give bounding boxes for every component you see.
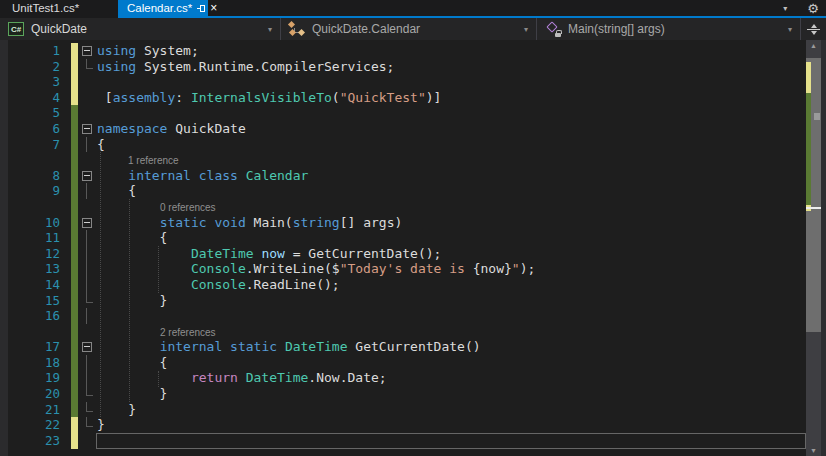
code-text[interactable]: Console.WriteLine($"Today's date is {now… [97, 261, 806, 277]
line-number: 15 [0, 293, 60, 309]
code-line[interactable]: 9 { [0, 183, 806, 199]
line-number: 16 [0, 308, 60, 324]
editor-right-edge [821, 40, 826, 456]
code-line[interactable]: 20 } [0, 386, 806, 402]
line-number: 6 [0, 121, 60, 137]
chevron-down-icon: ▾ [524, 25, 528, 34]
outlining-margin [78, 121, 97, 137]
settings-gear-icon[interactable]: ⚙ [807, 2, 819, 15]
tab-calendar[interactable]: Calendar.cs* × [118, 0, 208, 16]
line-number: 14 [0, 277, 60, 293]
line-number: 20 [0, 386, 60, 402]
code-text[interactable]: static void Main(string[] args) [97, 215, 806, 231]
code-text[interactable]: } [97, 386, 806, 402]
tab-unittest1[interactable]: UnitTest1.cs* [0, 0, 118, 16]
collapse-box-icon[interactable] [82, 124, 92, 134]
codelens-references[interactable]: 0 references [97, 200, 216, 215]
csharp-project-icon: C# [8, 22, 24, 36]
code-line[interactable]: 2using System.Runtime.CompilerServices; [0, 59, 806, 75]
code-text[interactable]: [assembly: InternalsVisibleTo("QuickTest… [97, 90, 806, 106]
code-line[interactable]: 8 internal class Calendar [0, 168, 806, 184]
collapse-box-icon[interactable] [82, 171, 92, 181]
code-line[interactable]: 1using System; [0, 43, 806, 59]
code-line[interactable]: 5 [0, 105, 806, 121]
codelens-references[interactable]: 1 reference [97, 153, 179, 168]
member-dropdown[interactable]: Main(string[] args) ▾ [537, 18, 801, 40]
code-line[interactable]: 6namespace QuickDate [0, 121, 806, 137]
code-line[interactable]: 12 DateTime now = GetCurrentDate(); [0, 246, 806, 262]
code-line[interactable]: 14 Console.ReadLine(); [0, 277, 806, 293]
code-text[interactable]: } [97, 402, 806, 418]
outlining-margin [78, 215, 97, 231]
code-line[interactable]: 19 return DateTime.Now.Date; [0, 370, 806, 386]
code-text[interactable]: Console.ReadLine(); [97, 277, 806, 293]
pin-icon[interactable] [197, 5, 205, 12]
codelens-cell[interactable]: 1 reference [97, 152, 806, 168]
code-text[interactable]: internal class Calendar [97, 168, 806, 184]
line-number: 18 [0, 355, 60, 371]
code-line[interactable]: 15 } [0, 293, 806, 309]
line-number: 22 [0, 417, 60, 433]
collapse-box-icon[interactable] [82, 342, 92, 352]
code-text[interactable] [97, 308, 806, 324]
code-line[interactable]: 10 static void Main(string[] args) [0, 215, 806, 231]
navigation-bar: C# QuickDate ▾ QuickDate.Calendar ▾ Main… [0, 18, 826, 40]
scrollbar-change-mark [806, 93, 811, 205]
collapse-box-icon[interactable] [82, 218, 92, 228]
code-text[interactable] [97, 74, 806, 90]
split-editor-button[interactable] [801, 18, 826, 40]
scrollbar-square-marker [814, 113, 820, 120]
code-text[interactable]: } [97, 293, 806, 309]
code-text[interactable]: return DateTime.Now.Date; [97, 370, 806, 386]
line-number: 4 [0, 90, 60, 106]
code-text[interactable]: { [97, 355, 806, 371]
code-text[interactable]: } [97, 417, 806, 433]
type-dropdown[interactable]: QuickDate.Calendar ▾ [281, 18, 537, 40]
code-line[interactable]: 17 internal static DateTime GetCurrentDa… [0, 339, 806, 355]
line-number: 7 [0, 137, 60, 153]
code-text[interactable]: DateTime now = GetCurrentDate(); [97, 246, 806, 262]
code-text[interactable]: namespace QuickDate [97, 121, 806, 137]
code-editor[interactable]: 1using System;2using System.Runtime.Comp… [0, 40, 826, 456]
collapse-box-icon[interactable] [82, 46, 92, 56]
code-line[interactable]: 4 [assembly: InternalsVisibleTo("QuickTe… [0, 90, 806, 106]
indent-guide [129, 199, 130, 402]
tab-list-chevron-icon[interactable]: ▾ [783, 4, 787, 13]
code-line[interactable]: 22} [0, 417, 806, 433]
codelens-row[interactable]: 0 references [0, 199, 806, 215]
codelens-cell[interactable]: 2 references [97, 324, 806, 340]
line-number: 1 [0, 43, 60, 59]
code-line[interactable]: 13 Console.WriteLine($"Today's date is {… [0, 261, 806, 277]
project-dropdown[interactable]: C# QuickDate ▾ [0, 18, 281, 40]
code-text[interactable]: { [97, 183, 806, 199]
code-text[interactable]: using System; [97, 43, 806, 59]
scrollbar-up-arrow-icon[interactable]: ▲ [806, 42, 821, 49]
code-text[interactable]: { [97, 230, 806, 246]
code-text[interactable]: { [97, 137, 806, 153]
scrollbar-down-arrow-icon[interactable]: ▼ [806, 447, 821, 454]
line-number: 3 [0, 74, 60, 90]
line-number: 9 [0, 183, 60, 199]
outlining-margin [78, 137, 97, 153]
code-line[interactable]: 3 [0, 74, 806, 90]
codelens-cell[interactable]: 0 references [97, 199, 806, 215]
outlining-margin [78, 261, 97, 277]
codelens-references[interactable]: 2 references [97, 325, 216, 340]
code-text[interactable] [97, 105, 806, 121]
outlining-margin [78, 183, 97, 199]
vertical-scrollbar[interactable]: ▲ ▼ [806, 40, 821, 456]
indent-guide [158, 371, 159, 387]
outlining-margin [78, 433, 97, 449]
code-line[interactable]: 11 { [0, 230, 806, 246]
code-line[interactable]: 18 { [0, 355, 806, 371]
code-line[interactable]: 21 } [0, 402, 806, 418]
code-text[interactable]: using System.Runtime.CompilerServices; [97, 59, 806, 75]
outlining-margin [78, 105, 97, 121]
outlining-margin [78, 43, 97, 59]
codelens-row[interactable]: 2 references [0, 324, 806, 340]
line-number: 17 [0, 339, 60, 355]
code-line[interactable]: 7{ [0, 137, 806, 153]
code-line[interactable]: 16 [0, 308, 806, 324]
code-text[interactable]: internal static DateTime GetCurrentDate(… [97, 339, 806, 355]
codelens-row[interactable]: 1 reference [0, 152, 806, 168]
